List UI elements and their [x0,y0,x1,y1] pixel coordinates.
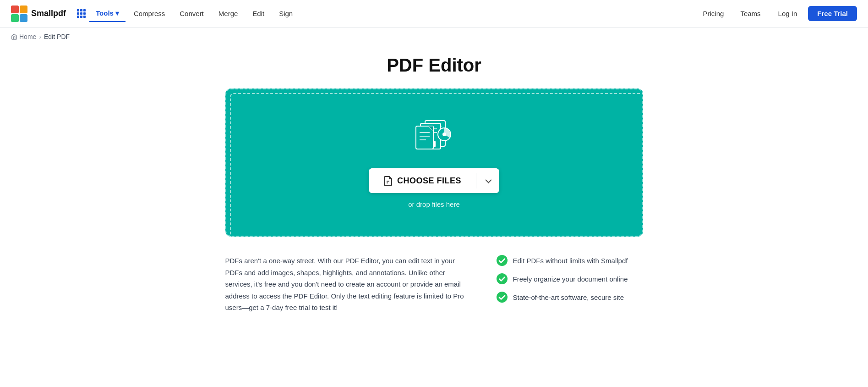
feature-text: State-of-the-art software, secure site [513,293,624,301]
dropzone-border [230,93,646,239]
feature-text: Freely organize your document online [513,275,628,283]
free-trial-button[interactable]: Free Trial [808,6,857,21]
chevron-down-icon: ▾ [115,9,119,17]
svg-point-22 [497,255,508,266]
page-title: PDF Editor [225,55,643,76]
header: Smallpdf Tools ▾ Compress Convert Merge … [0,0,868,28]
logo[interactable]: Smallpdf [11,6,66,22]
svg-rect-0 [11,6,19,13]
svg-rect-14 [416,126,433,149]
nav-convert[interactable]: Convert [173,6,210,21]
nav-compress[interactable]: Compress [127,6,171,21]
svg-point-24 [497,292,508,303]
check-icon [497,255,508,266]
home-icon [11,33,17,40]
svg-rect-2 [11,14,19,22]
main-content: PDF Editor PDF [214,46,654,332]
breadcrumb-separator: › [39,33,41,40]
feature-item: State-of-the-art software, secure site [497,292,643,303]
nav-sign[interactable]: Sign [273,6,299,21]
logo-icon [11,6,27,22]
breadcrumb-current: Edit PDF [44,33,70,40]
feature-text: Edit PDFs without limits with Smallpdf [513,257,628,265]
choose-files-wrapper: CHOOSE FILES [369,168,499,193]
svg-point-23 [497,273,508,284]
feature-item: Freely organize your document online [497,273,643,284]
svg-point-19 [442,133,446,136]
choose-files-dropdown-button[interactable] [476,168,499,193]
drop-hint: or drop files here [408,200,460,208]
nav-teams[interactable]: Teams [734,6,767,21]
nav-merge[interactable]: Merge [212,6,245,21]
logo-text: Smallpdf [31,9,66,18]
nav-tools[interactable]: Tools ▾ [89,6,126,22]
file-icon [383,176,393,186]
grid-icon [77,9,86,18]
login-button[interactable]: Log In [771,6,805,21]
secondary-nav: Pricing Teams Log In Free Trial [697,6,857,21]
primary-nav: Tools ▾ Compress Convert Merge Edit Sign [77,6,299,22]
svg-rect-3 [20,14,27,22]
choose-files-button[interactable]: CHOOSE FILES [369,168,476,193]
dropzone[interactable]: PDF [225,88,643,237]
breadcrumb-home[interactable]: Home [11,33,36,40]
svg-rect-1 [20,6,27,13]
nav-edit[interactable]: Edit [246,6,271,21]
pdf-illustration: PDF [411,117,457,154]
nav-pricing[interactable]: Pricing [697,6,731,21]
description: PDFs aren't a one-way street. With our P… [225,255,469,314]
bottom-section: PDFs aren't a one-way street. With our P… [225,255,643,314]
check-icon [497,292,508,303]
features-list: Edit PDFs without limits with Smallpdf F… [497,255,643,303]
breadcrumb: Home › Edit PDF [0,28,868,46]
feature-item: Edit PDFs without limits with Smallpdf [497,255,643,266]
chevron-down-icon [485,177,491,183]
check-icon [497,273,508,284]
